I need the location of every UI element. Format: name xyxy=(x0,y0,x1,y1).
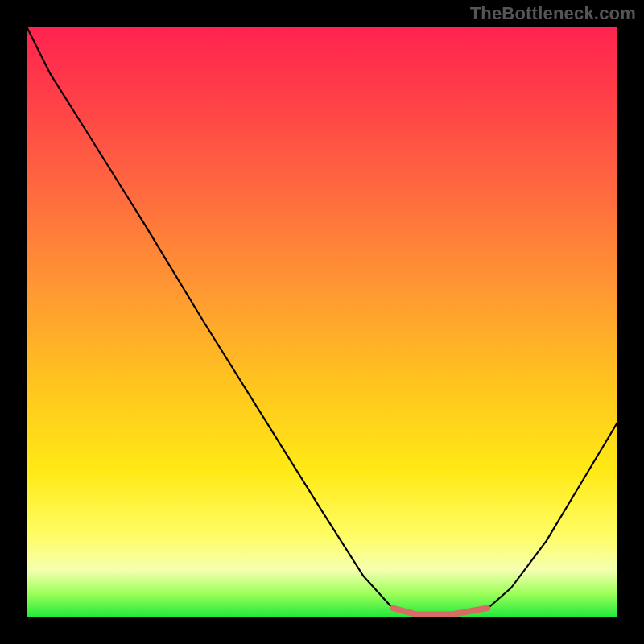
plot-area xyxy=(27,27,617,617)
chart-svg xyxy=(27,27,617,617)
flat-region-marker-path xyxy=(393,608,487,614)
watermark-text: TheBottleneck.com xyxy=(470,3,636,24)
bottleneck-curve-path xyxy=(27,27,617,616)
chart-container: TheBottleneck.com xyxy=(0,0,644,644)
